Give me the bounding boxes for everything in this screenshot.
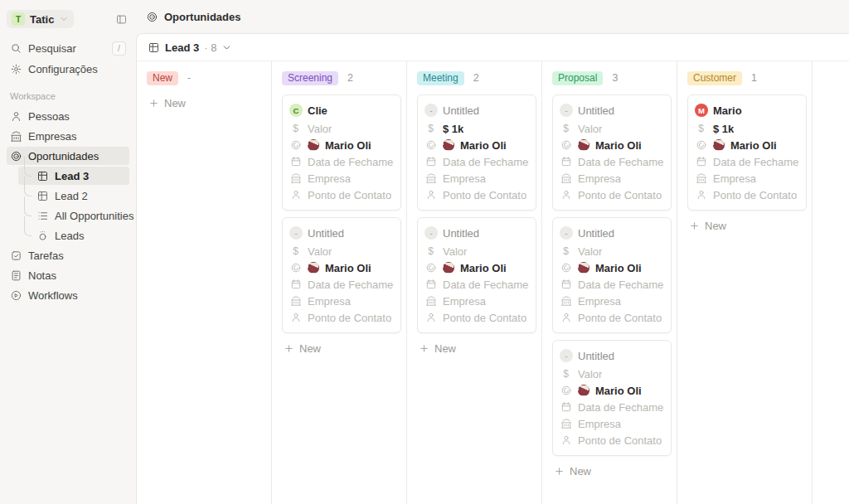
- card-title-row[interactable]: -Untitled: [560, 346, 664, 366]
- card-field-valor[interactable]: $Valor: [560, 120, 664, 137]
- card-field-data-de-fechamento[interactable]: Data de Fechamento: [560, 153, 664, 170]
- column-header[interactable]: New-: [147, 69, 266, 87]
- sidebar-item-label: Lead 3: [55, 170, 126, 182]
- search-button[interactable]: Pesquisar /: [7, 38, 129, 59]
- record-avatar: C: [289, 104, 303, 117]
- card-field-empresa[interactable]: Empresa: [289, 170, 394, 187]
- card-field-valor[interactable]: $Valor: [289, 120, 394, 137]
- column-header[interactable]: Meeting2: [417, 69, 536, 87]
- sidebar-item-empresas[interactable]: Empresas: [7, 127, 129, 145]
- card-field-valor[interactable]: $Valor: [560, 243, 664, 259]
- column-header[interactable]: Customer1: [687, 69, 807, 87]
- card-field-ponto-de-contato[interactable]: Ponto de Contato: [560, 309, 664, 326]
- card-field-data-de-fechamento[interactable]: Data de Fechamento: [560, 276, 664, 293]
- field-value: Empresa: [713, 172, 756, 185]
- card-field-data-de-fechamento[interactable]: Data de Fechamento: [289, 276, 394, 293]
- sidebar-item-all-opportunities[interactable]: All Opportunities: [18, 206, 129, 225]
- card-field-empresa[interactable]: Empresa: [560, 170, 664, 187]
- card-field-mario-oli[interactable]: Mario Oli: [289, 137, 394, 153]
- sidebar-item-label: Leads: [55, 230, 126, 242]
- card-field-ponto-de-contato[interactable]: Ponto de Contato: [289, 309, 394, 326]
- workspace-switcher[interactable]: T Tatic: [7, 10, 74, 28]
- card-title: Untitled: [578, 104, 614, 117]
- add-card-label: New: [705, 220, 726, 232]
- card-field-empresa[interactable]: Empresa: [560, 293, 664, 309]
- card-field-data-de-fechamento[interactable]: Data de Fechamento: [289, 153, 394, 170]
- card-field-empresa[interactable]: Empresa: [560, 415, 664, 432]
- card-field-data-de-fechamento[interactable]: Data de Fechamento: [695, 153, 799, 170]
- add-card-label: New: [164, 97, 186, 109]
- field-value: Empresa: [578, 172, 621, 185]
- card-field-empresa[interactable]: Empresa: [424, 293, 529, 309]
- sidebar-item-workflows[interactable]: Workflows: [7, 286, 129, 304]
- building-icon: [560, 418, 572, 429]
- card-field-mario-oli[interactable]: Mario Oli: [424, 259, 529, 276]
- card-field-mario-oli[interactable]: Mario Oli: [289, 259, 394, 276]
- card-field-valor[interactable]: $Valor: [424, 243, 529, 259]
- add-card-label: New: [434, 342, 456, 355]
- card-field-1k[interactable]: $$ 1k: [424, 120, 529, 137]
- assignee-avatar: [443, 139, 454, 151]
- sidebar-item-lead-3[interactable]: Lead 3: [18, 167, 129, 185]
- column-header[interactable]: Screening2: [282, 69, 401, 87]
- add-card-button[interactable]: New: [687, 217, 728, 235]
- card-field-ponto-de-contato[interactable]: Ponto de Contato: [424, 309, 529, 326]
- add-card-button[interactable]: New: [417, 340, 458, 357]
- app-root: T Tatic Pesquisar / Configurações Worksp…: [0, 0, 849, 504]
- search-shortcut-badge: /: [112, 41, 126, 56]
- column-header[interactable]: Proposal3: [552, 69, 672, 87]
- relation-icon: [289, 139, 302, 151]
- card-field-ponto-de-contato[interactable]: Ponto de Contato: [695, 187, 799, 203]
- view-selector[interactable]: Lead 3 · 8: [137, 34, 849, 61]
- card-field-mario-oli[interactable]: Mario Oli: [424, 137, 529, 153]
- card-field-empresa[interactable]: Empresa: [289, 293, 394, 309]
- opportunity-card[interactable]: -Untitled$ValorMario OliData de Fechamen…: [417, 217, 536, 333]
- opportunity-card[interactable]: -Untitled$ValorMario OliData de Fechamen…: [552, 217, 672, 333]
- opportunity-card[interactable]: -Untitled$ValorMario OliData de Fechamen…: [552, 340, 672, 456]
- opportunity-card[interactable]: -Untitled$ValorMario OliData de Fechamen…: [552, 94, 672, 211]
- card-title-row[interactable]: -Untitled: [560, 223, 664, 243]
- card-field-ponto-de-contato[interactable]: Ponto de Contato: [560, 187, 664, 203]
- card-field-1k[interactable]: $$ 1k: [695, 120, 799, 137]
- sidebar-item-lead-2[interactable]: Lead 2: [18, 187, 129, 205]
- table-view-icon: [148, 41, 160, 54]
- card-field-ponto-de-contato[interactable]: Ponto de Contato: [560, 432, 664, 448]
- card-title-row[interactable]: MMario: [695, 100, 799, 120]
- card-title-row[interactable]: -Untitled: [560, 100, 664, 120]
- card-field-valor[interactable]: $Valor: [289, 243, 394, 259]
- card-field-valor[interactable]: $Valor: [560, 366, 664, 382]
- sidebar-item-notas[interactable]: Notas: [7, 266, 129, 284]
- card-field-mario-oli[interactable]: Mario Oli: [560, 137, 664, 153]
- plus-icon: [689, 220, 700, 231]
- currency-icon: $: [560, 368, 572, 380]
- card-field-ponto-de-contato[interactable]: Ponto de Contato: [424, 187, 529, 203]
- field-value: Empresa: [443, 172, 486, 185]
- card-field-data-de-fechamento[interactable]: Data de Fechamento: [560, 399, 664, 415]
- card-title-row[interactable]: CClie: [289, 100, 394, 120]
- opportunity-card[interactable]: -Untitled$ValorMario OliData de Fechamen…: [282, 217, 401, 333]
- add-card-button[interactable]: New: [147, 94, 187, 112]
- card-field-data-de-fechamento[interactable]: Data de Fechamento: [424, 153, 529, 170]
- add-card-button[interactable]: New: [282, 340, 323, 357]
- card-field-mario-oli[interactable]: Mario Oli: [695, 137, 799, 153]
- settings-button[interactable]: Configurações: [7, 59, 129, 80]
- card-title-row[interactable]: -Untitled: [424, 223, 529, 243]
- opportunity-card[interactable]: CClie$ValorMario OliData de FechamentoEm…: [282, 94, 401, 211]
- relation-icon: [560, 139, 572, 151]
- add-card-button[interactable]: New: [552, 463, 593, 480]
- collapse-sidebar-icon[interactable]: [115, 13, 128, 26]
- card-field-empresa[interactable]: Empresa: [424, 170, 529, 187]
- sidebar-item-tarefas[interactable]: Tarefas: [7, 246, 129, 264]
- opportunity-card[interactable]: MMario$$ 1kMario OliData de FechamentoEm…: [687, 94, 807, 211]
- card-field-mario-oli[interactable]: Mario Oli: [560, 259, 664, 276]
- card-field-empresa[interactable]: Empresa: [695, 170, 799, 187]
- card-title-row[interactable]: -Untitled: [424, 100, 529, 120]
- card-field-mario-oli[interactable]: Mario Oli: [560, 382, 664, 399]
- sidebar-item-pessoas[interactable]: Pessoas: [7, 107, 129, 125]
- card-title-row[interactable]: -Untitled: [289, 223, 394, 243]
- card-field-ponto-de-contato[interactable]: Ponto de Contato: [289, 187, 394, 203]
- field-value: Ponto de Contato: [443, 189, 526, 201]
- sidebar-item-leads[interactable]: Leads: [18, 226, 129, 245]
- card-field-data-de-fechamento[interactable]: Data de Fechamento: [424, 276, 529, 293]
- opportunity-card[interactable]: -Untitled$$ 1kMario OliData de Fechament…: [417, 94, 536, 211]
